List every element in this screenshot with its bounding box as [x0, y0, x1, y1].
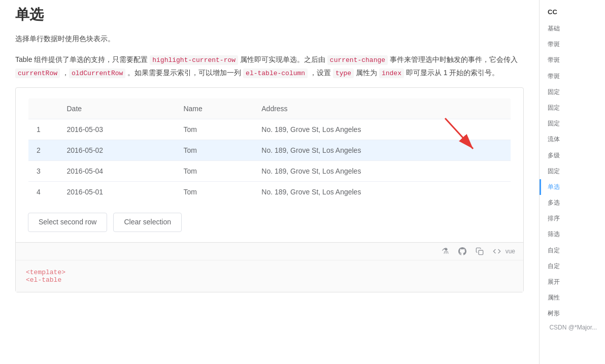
- sidebar-item-4[interactable]: 固定: [540, 84, 605, 100]
- description-2: Table 组件提供了单选的支持，只需要配置 highlight-current…: [15, 53, 524, 79]
- inline-code-3: currentRow: [15, 69, 60, 78]
- button-group: Select second row Clear selection: [28, 213, 511, 232]
- inline-code-7: index: [379, 69, 404, 78]
- table-row[interactable]: 32016-05-04TomNo. 189, Grove St, Los Ang…: [28, 160, 511, 181]
- sidebar-item-14[interactable]: 自定: [540, 243, 605, 258]
- table-row[interactable]: 12016-05-03TomNo. 189, Grove St, Los Ang…: [28, 119, 511, 140]
- td-index: 2: [28, 140, 59, 160]
- sidebar-item-5[interactable]: 固定: [540, 100, 605, 116]
- td-index: 1: [28, 119, 59, 140]
- inline-code-1: highlight-current-row: [150, 55, 238, 65]
- td-date: 2016-05-02: [59, 140, 176, 160]
- demo-area: Date Name Address 12016-05-03TomNo. 189,…: [16, 88, 523, 242]
- footer-attribution: CSDN @*Major...: [540, 322, 605, 333]
- table-wrapper: Date Name Address 12016-05-03TomNo. 189,…: [28, 98, 511, 203]
- code-content: <template> <el-table: [16, 260, 523, 292]
- copy-icon[interactable]: [475, 247, 484, 256]
- sidebar-item-13[interactable]: 筛选: [540, 226, 605, 242]
- page-title: 单选: [15, 5, 524, 24]
- sidebar-item-3[interactable]: 带斑: [540, 69, 605, 84]
- td-date: 2016-05-03: [59, 119, 176, 140]
- table-header-row: Date Name Address: [28, 98, 511, 119]
- code-area: ⚗: [16, 242, 523, 292]
- td-name: Tom: [175, 181, 253, 202]
- th-date: Date: [59, 98, 176, 119]
- sidebar-item-6[interactable]: 固定: [540, 116, 605, 131]
- svg-rect-2: [479, 250, 483, 255]
- inline-code-2: current-change: [327, 55, 388, 65]
- td-index: 3: [28, 160, 59, 181]
- table-row[interactable]: 22016-05-02TomNo. 189, Grove St, Los Ang…: [28, 140, 511, 160]
- sidebar-item-18[interactable]: 树形: [540, 306, 605, 321]
- code-toggle-icon[interactable]: [492, 247, 501, 256]
- vue-badge: vue: [506, 248, 515, 255]
- sidebar-title: CC: [540, 5, 605, 19]
- select-second-row-button[interactable]: Select second row: [28, 213, 107, 232]
- sidebar-item-7[interactable]: 流体: [540, 131, 605, 147]
- sidebar: CC 基础带斑带斑带斑固定固定固定流体多级固定单选多选排序筛选自定自定展开属性树…: [539, 0, 605, 364]
- sidebar-item-10[interactable]: 单选: [540, 179, 605, 195]
- th-index: [28, 98, 59, 119]
- code-toolbar: ⚗: [16, 243, 523, 260]
- th-address: Address: [253, 98, 511, 119]
- td-date: 2016-05-04: [59, 160, 176, 181]
- code-toolbar-icons: ⚗: [441, 247, 501, 256]
- sidebar-items-container: 基础带斑带斑带斑固定固定固定流体多级固定单选多选排序筛选自定自定展开属性树形: [540, 21, 605, 322]
- description-1: 选择单行数据时使用色块表示。: [15, 32, 524, 45]
- td-address: No. 189, Grove St, Los Angeles: [253, 160, 511, 181]
- td-date: 2016-05-01: [59, 181, 176, 202]
- code-line-1: <template>: [26, 269, 513, 276]
- sidebar-item-0[interactable]: 基础: [540, 21, 605, 37]
- sidebar-item-2[interactable]: 带斑: [540, 52, 605, 68]
- td-index: 4: [28, 181, 59, 202]
- sidebar-item-9[interactable]: 固定: [540, 163, 605, 179]
- sidebar-item-12[interactable]: 排序: [540, 211, 605, 226]
- td-name: Tom: [175, 119, 253, 140]
- th-name: Name: [175, 98, 253, 119]
- inline-code-6: type: [333, 69, 354, 78]
- flask-icon[interactable]: ⚗: [441, 247, 450, 256]
- td-name: Tom: [175, 140, 253, 160]
- sidebar-item-16[interactable]: 展开: [540, 274, 605, 290]
- sidebar-item-1[interactable]: 带斑: [540, 37, 605, 52]
- td-address: No. 189, Grove St, Los Angeles: [253, 140, 511, 160]
- sidebar-item-11[interactable]: 多选: [540, 195, 605, 211]
- github-icon[interactable]: [458, 247, 467, 256]
- td-address: No. 189, Grove St, Los Angeles: [253, 181, 511, 202]
- clear-selection-button[interactable]: Clear selection: [113, 213, 182, 232]
- code-line-2: <el-table: [26, 276, 513, 284]
- inline-code-5: el-table-column: [243, 69, 308, 78]
- sidebar-item-15[interactable]: 自定: [540, 258, 605, 274]
- td-name: Tom: [175, 160, 253, 181]
- inline-code-4: oldCurrentRow: [69, 69, 125, 78]
- main-content: 单选 选择单行数据时使用色块表示。 Table 组件提供了单选的支持，只需要配置…: [0, 0, 539, 364]
- sidebar-item-17[interactable]: 属性: [540, 290, 605, 306]
- sidebar-item-8[interactable]: 多级: [540, 148, 605, 163]
- td-address: No. 189, Grove St, Los Angeles: [253, 119, 511, 140]
- table-row[interactable]: 42016-05-01TomNo. 189, Grove St, Los Ang…: [28, 181, 511, 202]
- data-table: Date Name Address 12016-05-03TomNo. 189,…: [28, 98, 511, 203]
- demo-box: Date Name Address 12016-05-03TomNo. 189,…: [15, 87, 524, 292]
